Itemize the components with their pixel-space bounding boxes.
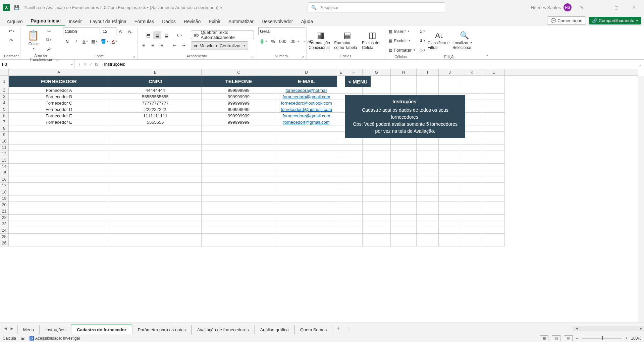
cell[interactable] — [345, 87, 363, 94]
cell[interactable] — [337, 176, 345, 183]
cell[interactable] — [391, 76, 417, 87]
cell[interactable] — [461, 138, 483, 145]
find-select-button[interactable]: 🔍Localizar e Selecionar — [452, 31, 476, 50]
increase-font-button[interactable]: A↑ — [117, 27, 125, 35]
cell[interactable] — [109, 132, 202, 138]
cell[interactable] — [202, 138, 276, 145]
zoom-level[interactable]: 100% — [631, 336, 641, 341]
cell[interactable] — [483, 240, 505, 246]
row-header-14[interactable]: 14 — [0, 164, 9, 170]
cell[interactable] — [202, 176, 276, 183]
cell[interactable] — [9, 202, 109, 208]
cell-email-5[interactable]: fornecedord@hotmail.com — [276, 106, 337, 113]
tab-revisao[interactable]: Revisão — [180, 17, 205, 26]
row-header-5[interactable]: 5 — [0, 106, 9, 113]
cell[interactable] — [276, 234, 337, 240]
cell[interactable] — [337, 195, 345, 202]
cell[interactable] — [337, 240, 345, 246]
fill-button[interactable]: ⬇▾ — [418, 37, 426, 45]
cell[interactable] — [202, 234, 276, 240]
zoom-slider[interactable] — [582, 338, 622, 339]
menu-button-overlay[interactable]: < MENU — [345, 76, 371, 87]
cell[interactable] — [439, 164, 461, 170]
row-header-1[interactable]: 1 — [0, 76, 9, 87]
cell[interactable] — [363, 189, 391, 195]
cell[interactable] — [439, 138, 461, 145]
cell[interactable] — [417, 221, 439, 227]
cell[interactable] — [417, 208, 439, 215]
sheet-nav-next[interactable]: ► — [10, 326, 14, 331]
cell[interactable] — [202, 170, 276, 176]
number-format-select[interactable] — [258, 27, 305, 35]
autosum-button[interactable]: Σ▾ — [418, 27, 426, 35]
vertical-scrollbar[interactable] — [638, 76, 644, 323]
cell[interactable] — [439, 183, 461, 189]
cell[interactable] — [483, 227, 505, 234]
header-fornecedor[interactable]: FORNECEDOR — [9, 76, 109, 87]
col-header-F[interactable]: F — [345, 69, 363, 75]
formula-input[interactable] — [101, 60, 636, 69]
align-bottom-button[interactable]: ⬓ — [162, 31, 170, 39]
tab-arquivo[interactable]: Arquivo — [3, 17, 26, 26]
col-header-A[interactable]: A — [9, 69, 109, 75]
close-button[interactable]: ✕ — [627, 2, 641, 12]
cell[interactable] — [337, 170, 345, 176]
cell[interactable] — [461, 240, 483, 246]
cell[interactable] — [483, 151, 505, 157]
cell[interactable] — [439, 145, 461, 151]
header-telefone[interactable]: TELEFONE — [202, 76, 276, 87]
cell[interactable] — [276, 125, 337, 132]
row-header-4[interactable]: 4 — [0, 100, 9, 106]
font-size-select[interactable] — [101, 27, 116, 35]
cell-email-3[interactable]: fornecedorb@gmail.com — [276, 94, 337, 100]
cell[interactable] — [417, 240, 439, 246]
cell[interactable] — [439, 195, 461, 202]
cell[interactable] — [439, 189, 461, 195]
cell[interactable] — [483, 132, 505, 138]
cell-fornecedor-3[interactable]: Fornecedor B — [9, 94, 109, 100]
row-header-24[interactable]: 24 — [0, 227, 9, 234]
cell[interactable] — [9, 132, 109, 138]
cell[interactable] — [363, 87, 391, 94]
tab-exibir[interactable]: Exibir — [205, 17, 224, 26]
font-name-select[interactable] — [63, 27, 100, 35]
cell[interactable] — [483, 125, 505, 132]
cell[interactable] — [9, 138, 109, 145]
cell[interactable] — [276, 151, 337, 157]
cell[interactable] — [461, 170, 483, 176]
format-cells-button[interactable]: ▦ Formatar▾ — [387, 46, 414, 54]
cell[interactable] — [276, 227, 337, 234]
cell[interactable] — [345, 145, 363, 151]
cell[interactable] — [461, 76, 483, 87]
cancel-fx-icon[interactable]: ✕ — [84, 62, 87, 67]
cell[interactable] — [461, 164, 483, 170]
sheet-tab-instrucoes[interactable]: Instruções — [40, 325, 71, 334]
cell[interactable] — [276, 145, 337, 151]
cell[interactable] — [109, 138, 202, 145]
cell[interactable] — [276, 189, 337, 195]
cell[interactable] — [391, 138, 417, 145]
cell[interactable] — [276, 170, 337, 176]
cell[interactable] — [345, 234, 363, 240]
cell[interactable] — [202, 227, 276, 234]
row-header-20[interactable]: 20 — [0, 202, 9, 208]
cell[interactable] — [276, 157, 337, 164]
cell[interactable] — [202, 151, 276, 157]
cell[interactable] — [417, 189, 439, 195]
cell[interactable] — [345, 227, 363, 234]
horizontal-scrollbar[interactable]: ◄► — [574, 326, 644, 331]
header-email[interactable]: E-MAIL — [276, 76, 337, 87]
add-sheet-button[interactable]: + — [332, 323, 344, 334]
cell[interactable] — [391, 151, 417, 157]
row-header-15[interactable]: 15 — [0, 170, 9, 176]
cell[interactable] — [363, 208, 391, 215]
cell[interactable] — [461, 145, 483, 151]
cell-styles-button[interactable]: ◫Estilos de Célula — [362, 31, 383, 50]
cell[interactable] — [417, 87, 439, 94]
row-header-3[interactable]: 3 — [0, 94, 9, 100]
orientation-button[interactable]: ⤹▾ — [175, 31, 183, 39]
cell[interactable] — [202, 215, 276, 221]
cell[interactable] — [461, 215, 483, 221]
cell[interactable] — [202, 132, 276, 138]
cell[interactable] — [345, 170, 363, 176]
